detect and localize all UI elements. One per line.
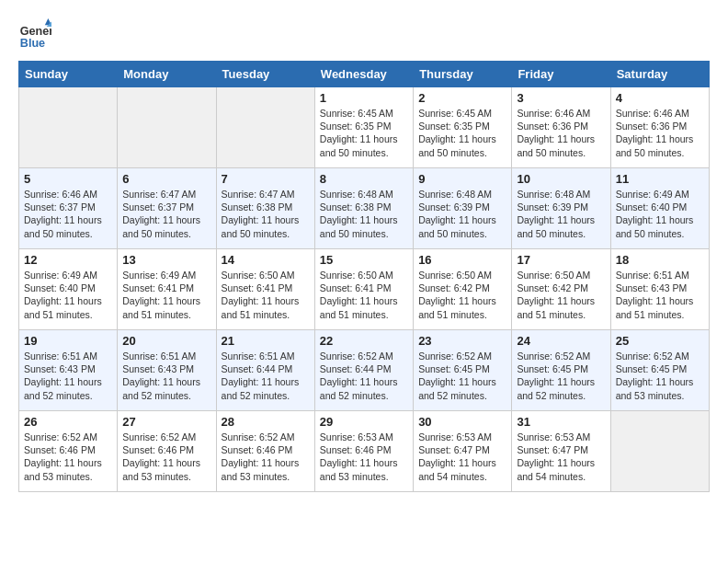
calendar-cell: 6Sunrise: 6:47 AM Sunset: 6:37 PM Daylig… (118, 168, 216, 249)
day-info: Sunrise: 6:52 AM Sunset: 6:44 PM Dayligh… (320, 350, 408, 402)
day-info: Sunrise: 6:51 AM Sunset: 6:43 PM Dayligh… (24, 350, 112, 402)
day-number: 30 (418, 415, 506, 429)
day-number: 8 (320, 172, 408, 186)
calendar-cell: 23Sunrise: 6:52 AM Sunset: 6:45 PM Dayli… (414, 330, 512, 411)
calendar-cell: 4Sunrise: 6:46 AM Sunset: 6:36 PM Daylig… (610, 87, 709, 168)
day-number: 27 (122, 415, 210, 429)
weekday-header-sunday: Sunday (19, 62, 118, 87)
day-info: Sunrise: 6:50 AM Sunset: 6:42 PM Dayligh… (517, 269, 605, 321)
day-info: Sunrise: 6:47 AM Sunset: 6:37 PM Dayligh… (122, 188, 210, 240)
day-info: Sunrise: 6:52 AM Sunset: 6:46 PM Dayligh… (222, 431, 310, 483)
day-number: 17 (517, 253, 605, 267)
day-number: 9 (418, 172, 506, 186)
day-info: Sunrise: 6:52 AM Sunset: 6:45 PM Dayligh… (616, 350, 704, 402)
day-number: 31 (517, 415, 605, 429)
day-info: Sunrise: 6:48 AM Sunset: 6:38 PM Dayligh… (320, 188, 408, 240)
calendar-cell: 15Sunrise: 6:50 AM Sunset: 6:41 PM Dayli… (314, 249, 413, 330)
calendar-cell: 31Sunrise: 6:53 AM Sunset: 6:47 PM Dayli… (512, 411, 610, 492)
day-info: Sunrise: 6:52 AM Sunset: 6:45 PM Dayligh… (418, 350, 506, 402)
day-number: 14 (222, 253, 310, 267)
day-number: 15 (320, 253, 408, 267)
calendar-cell: 5Sunrise: 6:46 AM Sunset: 6:37 PM Daylig… (19, 168, 118, 249)
day-info: Sunrise: 6:51 AM Sunset: 6:43 PM Dayligh… (122, 350, 210, 402)
logo-icon: General Blue (18, 18, 51, 52)
day-number: 29 (320, 415, 408, 429)
day-number: 19 (24, 334, 112, 348)
calendar-cell: 22Sunrise: 6:52 AM Sunset: 6:44 PM Dayli… (314, 330, 413, 411)
day-number: 26 (24, 415, 112, 429)
day-info: Sunrise: 6:51 AM Sunset: 6:43 PM Dayligh… (616, 269, 704, 321)
day-number: 13 (122, 253, 210, 267)
day-number: 23 (418, 334, 506, 348)
logo: General Blue (18, 18, 55, 52)
weekday-header-row: SundayMondayTuesdayWednesdayThursdayFrid… (19, 62, 710, 87)
day-number: 25 (616, 334, 704, 348)
day-number: 22 (320, 334, 408, 348)
day-info: Sunrise: 6:52 AM Sunset: 6:45 PM Dayligh… (517, 350, 605, 402)
day-number: 6 (122, 172, 210, 186)
day-number: 24 (517, 334, 605, 348)
day-info: Sunrise: 6:52 AM Sunset: 6:46 PM Dayligh… (24, 431, 112, 483)
calendar-cell: 18Sunrise: 6:51 AM Sunset: 6:43 PM Dayli… (610, 249, 709, 330)
day-info: Sunrise: 6:50 AM Sunset: 6:41 PM Dayligh… (222, 269, 310, 321)
day-number: 28 (222, 415, 310, 429)
day-info: Sunrise: 6:50 AM Sunset: 6:42 PM Dayligh… (418, 269, 506, 321)
calendar-cell: 28Sunrise: 6:52 AM Sunset: 6:46 PM Dayli… (216, 411, 314, 492)
day-info: Sunrise: 6:49 AM Sunset: 6:40 PM Dayligh… (616, 188, 704, 240)
calendar-cell: 2Sunrise: 6:45 AM Sunset: 6:35 PM Daylig… (414, 87, 512, 168)
weekday-header-friday: Friday (512, 62, 610, 87)
calendar-cell: 3Sunrise: 6:46 AM Sunset: 6:36 PM Daylig… (512, 87, 610, 168)
calendar-cell: 14Sunrise: 6:50 AM Sunset: 6:41 PM Dayli… (216, 249, 314, 330)
day-info: Sunrise: 6:49 AM Sunset: 6:40 PM Dayligh… (24, 269, 112, 321)
day-info: Sunrise: 6:46 AM Sunset: 6:37 PM Dayligh… (24, 188, 112, 240)
day-info: Sunrise: 6:53 AM Sunset: 6:47 PM Dayligh… (517, 431, 605, 483)
day-number: 18 (616, 253, 704, 267)
calendar-cell: 1Sunrise: 6:45 AM Sunset: 6:35 PM Daylig… (314, 87, 413, 168)
calendar-cell: 24Sunrise: 6:52 AM Sunset: 6:45 PM Dayli… (512, 330, 610, 411)
day-info: Sunrise: 6:45 AM Sunset: 6:35 PM Dayligh… (418, 107, 506, 159)
calendar-cell: 11Sunrise: 6:49 AM Sunset: 6:40 PM Dayli… (610, 168, 709, 249)
calendar-cell: 29Sunrise: 6:53 AM Sunset: 6:46 PM Dayli… (314, 411, 413, 492)
day-info: Sunrise: 6:48 AM Sunset: 6:39 PM Dayligh… (517, 188, 605, 240)
calendar-cell: 19Sunrise: 6:51 AM Sunset: 6:43 PM Dayli… (19, 330, 118, 411)
day-info: Sunrise: 6:47 AM Sunset: 6:38 PM Dayligh… (222, 188, 310, 240)
calendar-cell: 26Sunrise: 6:52 AM Sunset: 6:46 PM Dayli… (19, 411, 118, 492)
day-number: 20 (122, 334, 210, 348)
day-info: Sunrise: 6:49 AM Sunset: 6:41 PM Dayligh… (122, 269, 210, 321)
day-info: Sunrise: 6:50 AM Sunset: 6:41 PM Dayligh… (320, 269, 408, 321)
calendar-cell: 16Sunrise: 6:50 AM Sunset: 6:42 PM Dayli… (414, 249, 512, 330)
calendar-cell: 30Sunrise: 6:53 AM Sunset: 6:47 PM Dayli… (414, 411, 512, 492)
weekday-header-wednesday: Wednesday (314, 62, 413, 87)
calendar-table: SundayMondayTuesdayWednesdayThursdayFrid… (18, 61, 710, 492)
weekday-header-tuesday: Tuesday (216, 62, 314, 87)
weekday-header-monday: Monday (118, 62, 216, 87)
day-info: Sunrise: 6:52 AM Sunset: 6:46 PM Dayligh… (122, 431, 210, 483)
calendar-week-row: 12Sunrise: 6:49 AM Sunset: 6:40 PM Dayli… (19, 249, 710, 330)
day-info: Sunrise: 6:53 AM Sunset: 6:46 PM Dayligh… (320, 431, 408, 483)
day-info: Sunrise: 6:45 AM Sunset: 6:35 PM Dayligh… (320, 107, 408, 159)
weekday-header-thursday: Thursday (414, 62, 512, 87)
calendar-cell: 8Sunrise: 6:48 AM Sunset: 6:38 PM Daylig… (314, 168, 413, 249)
calendar-cell: 13Sunrise: 6:49 AM Sunset: 6:41 PM Dayli… (118, 249, 216, 330)
calendar-cell (610, 411, 709, 492)
day-number: 11 (616, 172, 704, 186)
calendar-cell: 27Sunrise: 6:52 AM Sunset: 6:46 PM Dayli… (118, 411, 216, 492)
calendar-cell: 25Sunrise: 6:52 AM Sunset: 6:45 PM Dayli… (610, 330, 709, 411)
day-number: 10 (517, 172, 605, 186)
header: General Blue (18, 18, 710, 52)
day-number: 4 (616, 91, 704, 105)
calendar-cell (19, 87, 118, 168)
svg-text:Blue: Blue (20, 37, 45, 50)
calendar-week-row: 5Sunrise: 6:46 AM Sunset: 6:37 PM Daylig… (19, 168, 710, 249)
calendar-cell: 21Sunrise: 6:51 AM Sunset: 6:44 PM Dayli… (216, 330, 314, 411)
day-info: Sunrise: 6:48 AM Sunset: 6:39 PM Dayligh… (418, 188, 506, 240)
day-number: 12 (24, 253, 112, 267)
calendar-cell: 9Sunrise: 6:48 AM Sunset: 6:39 PM Daylig… (414, 168, 512, 249)
calendar-week-row: 19Sunrise: 6:51 AM Sunset: 6:43 PM Dayli… (19, 330, 710, 411)
day-number: 3 (517, 91, 605, 105)
calendar-cell (118, 87, 216, 168)
calendar-cell: 7Sunrise: 6:47 AM Sunset: 6:38 PM Daylig… (216, 168, 314, 249)
day-number: 21 (222, 334, 310, 348)
day-number: 1 (320, 91, 408, 105)
day-info: Sunrise: 6:51 AM Sunset: 6:44 PM Dayligh… (222, 350, 310, 402)
